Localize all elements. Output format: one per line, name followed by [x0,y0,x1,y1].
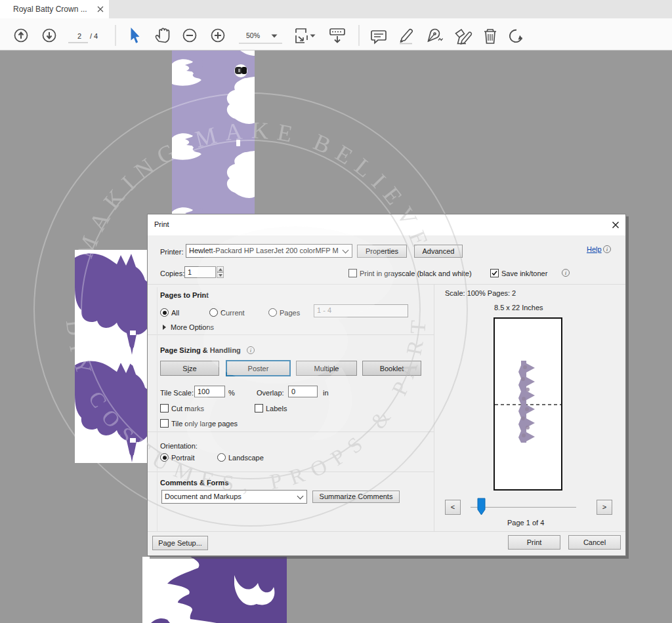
svg-text:/ 4: / 4 [90,32,98,40]
svg-text:2: 2 [77,32,81,40]
svg-text:50%: 50% [246,31,260,39]
